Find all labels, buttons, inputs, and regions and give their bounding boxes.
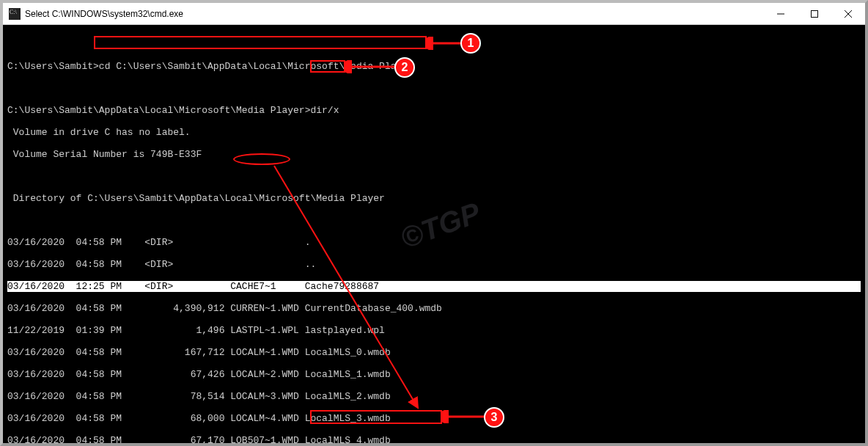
row: 03/16/2020 04:58 PM 67,170 LOB507~1.WMD … <box>7 435 861 443</box>
titlebar[interactable]: Select C:\WINDOWS\system32\cmd.exe <box>3 3 865 25</box>
dirof: Directory of C:\Users\Sambit\AppData\Loc… <box>7 193 861 204</box>
row: 03/16/2020 04:58 PM 167,712 LOCALM~1.WMD… <box>7 347 861 358</box>
maximize-button[interactable] <box>798 3 831 24</box>
blank <box>7 171 861 182</box>
svg-rect-1 <box>812 10 818 17</box>
window-buttons <box>764 3 865 24</box>
blank <box>7 83 861 94</box>
row: 03/16/2020 04:58 PM <DIR> .. <box>7 259 861 270</box>
row: 03/16/2020 04:58 PM 67,426 LOCALM~2.WMD … <box>7 369 861 380</box>
vol2: Volume Serial Number is 749B-E33F <box>7 149 861 160</box>
row: 03/16/2020 04:58 PM 4,390,912 CURREN~1.W… <box>7 303 861 314</box>
annotation-badge-2: 2 <box>394 57 415 78</box>
cmd2-text: dir/x <box>310 105 339 116</box>
row: 11/22/2019 01:39 PM 1,496 LASTPL~1.WPL l… <box>7 325 861 336</box>
row: 03/16/2020 04:58 PM 78,514 LOCALM~3.WMD … <box>7 391 861 402</box>
cmd-line-2: C:\Users\Sambit\AppData\Local\Microsoft\… <box>7 105 861 116</box>
cmd-icon <box>9 8 21 20</box>
window-title: Select C:\WINDOWS\system32\cmd.exe <box>25 9 764 19</box>
annotation-badge-3: 3 <box>484 407 504 428</box>
terminal[interactable]: C:\Users\Sambit>cd C:\Users\Sambit\AppDa… <box>3 25 865 443</box>
row-highlighted: 03/16/2020 12:25 PM <DIR> CACHE7~1 Cache… <box>7 281 861 292</box>
cmd1-text: cd C:\Users\Sambit\AppData\Local\Microso… <box>99 61 413 72</box>
blank <box>7 39 861 50</box>
annotation-badge-1: 1 <box>460 33 481 54</box>
vol1: Volume in drive C has no label. <box>7 127 861 138</box>
row: 03/16/2020 04:58 PM 68,000 LOCALM~4.WMD … <box>7 413 861 424</box>
cmd-line-1: C:\Users\Sambit>cd C:\Users\Sambit\AppDa… <box>7 61 861 72</box>
minimize-button[interactable] <box>764 3 798 24</box>
close-button[interactable] <box>831 3 865 24</box>
blank <box>7 215 861 226</box>
row: 03/16/2020 04:58 PM <DIR> . <box>7 237 861 248</box>
